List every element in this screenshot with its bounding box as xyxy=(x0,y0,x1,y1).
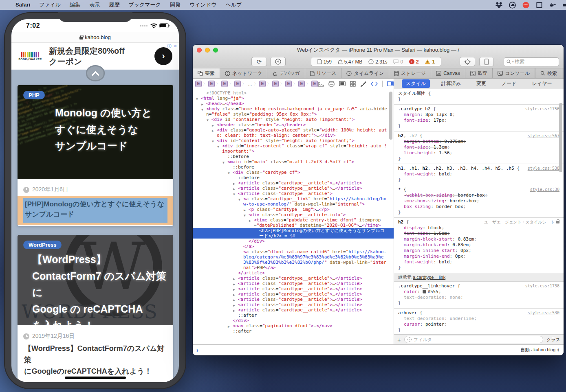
dom-node[interactable]: ▼<div class="cardtype__article-info"> xyxy=(193,212,394,217)
dropbox-icon[interactable] xyxy=(496,2,502,9)
printer-icon[interactable] xyxy=(328,81,335,87)
ad-info-close-icons[interactable]: ⓘ ✕ xyxy=(167,43,178,49)
crumb-element-3[interactable]: E xyxy=(234,81,241,87)
dom-node[interactable]: </article> xyxy=(193,270,394,276)
expand-arrow-icon[interactable]: ▼ xyxy=(238,197,240,202)
crumb-element-5[interactable]: E xyxy=(259,81,266,87)
dom-node[interactable]: </div> xyxy=(193,318,394,323)
category-badge-php[interactable]: PHP xyxy=(23,91,45,99)
css-property[interactable]: box-sizing: border-box; xyxy=(398,204,559,210)
dom-node[interactable]: ▶<time class="pubdate entry-time dfont" … xyxy=(193,217,394,228)
dom-node[interactable]: ▶<article class="cardtype__article">…</a… xyxy=(193,180,394,186)
css-property[interactable]: font-size: 1.5em; xyxy=(398,231,559,237)
styles-tab-計算済み[interactable]: 計算済み xyxy=(437,79,465,88)
dom-node[interactable]: ▼<main id="main" class="m-all t-2of3 d-5… xyxy=(193,159,394,164)
dom-node[interactable]: ::after xyxy=(193,328,394,334)
browser-url-bar[interactable]: kahoo.blog xyxy=(11,32,179,43)
frame-capture-icon[interactable] xyxy=(339,81,346,86)
dom-node[interactable]: ▼<div id="inner-content" class="wrap cf"… xyxy=(193,143,394,154)
inspector-tab-デバッガ[interactable]: デバッガ xyxy=(267,68,305,78)
styles-scrollbar[interactable] xyxy=(559,103,562,172)
css-property[interactable]: -moz-box-sizing: border-box; xyxy=(398,198,559,204)
menu-item-7[interactable]: ウインドウ xyxy=(189,2,217,8)
dom-node[interactable]: ▶<header class="header">…</header> xyxy=(193,122,394,127)
home-indicator[interactable] xyxy=(65,377,126,379)
dom-node[interactable]: ▼<div id="content" style="height: auto !… xyxy=(193,138,394,143)
css-property[interactable]: text-decoration: none; xyxy=(398,295,559,300)
css-rule[interactable]: style.css:567h2, .h2 {margin-bottom: 0.3… xyxy=(394,131,564,164)
css-property[interactable]: text-decoration: underline; xyxy=(398,316,559,322)
css-property[interactable]: cursor: pointer; xyxy=(398,322,559,327)
css-property[interactable]: font-size: 1.3em; xyxy=(398,145,559,150)
dom-tree[interactable]: <!DOCTYPE html>▼<html lang="ja">▶<head>…… xyxy=(193,89,394,344)
inspector-tab-検索[interactable]: 検索 xyxy=(535,68,562,78)
dom-node[interactable]: ▶<div class="google-auto-placed" style="… xyxy=(193,127,394,138)
inspector-tab-ストレージ[interactable]: ストレージ xyxy=(389,68,431,78)
styles-tab-変更[interactable]: 変更 xyxy=(472,79,490,88)
article-title[interactable]: 【WordPress】ContactForm7のスパム対策 にGoogleのre… xyxy=(23,342,167,377)
crumb-element-9[interactable]: E xyxy=(311,81,318,87)
css-property[interactable]: margin-inline-start: 0px; xyxy=(398,248,559,254)
css-rules[interactable]: スタイル属性 {}style.css:1756.cardtype h2 {mar… xyxy=(394,89,564,334)
collapse-arrow-icon[interactable]: ▶ xyxy=(249,218,251,223)
scroll-to-top-button[interactable] xyxy=(86,65,105,81)
inspector-tab-Canvas[interactable]: Canvas xyxy=(431,68,465,78)
dom-node[interactable]: ▼<div id="container" style="height: auto… xyxy=(193,117,394,122)
menu-item-4[interactable]: 履歴 xyxy=(109,2,119,8)
dom-node[interactable]: ::after xyxy=(193,313,394,318)
dom-node[interactable]: ▶<article class="cardtype__article">…</a… xyxy=(193,291,394,297)
window-title-bar[interactable]: Webインスペクタ — iPhone 11 Pro Max — Safari —… xyxy=(193,45,564,55)
crumb-element-8[interactable]: E xyxy=(298,81,305,87)
dom-node[interactable]: ▶<p class="cardtype__img">…</p> xyxy=(193,207,394,212)
menu-item-1[interactable]: ファイル xyxy=(39,2,61,8)
css-rule[interactable]: style.css:530a:hover {text-decoration: u… xyxy=(394,309,564,334)
menu-item-3[interactable]: 表示 xyxy=(89,2,100,8)
dom-node[interactable]: ▼<html lang="ja"> xyxy=(193,96,394,101)
styles-tab-スタイル[interactable]: スタイル xyxy=(402,79,430,88)
dom-node[interactable]: ::before xyxy=(193,154,394,159)
stylesheet-source-link[interactable]: style.css:538 xyxy=(528,166,559,171)
stylesheet-source-link[interactable]: style.css:1756 xyxy=(525,106,559,112)
execution-context-select[interactable]: 自動 - kahoo.blog ▲▼ xyxy=(516,345,564,355)
css-rule[interactable]: ユーザエージェント・スタイルシートh2 {display: block;font… xyxy=(394,218,564,273)
crumb-element-7[interactable]: E xyxy=(285,81,292,87)
antivirus-icon[interactable] xyxy=(522,2,529,9)
dom-node[interactable]: <!DOCTYPE html> xyxy=(193,90,394,96)
dom-node[interactable]: ▶<article class="cardtype__article">…</a… xyxy=(193,276,394,281)
class-toggle-button[interactable]: クラス xyxy=(546,337,560,343)
resource-stats-group[interactable]: 159 5.47 MB 2.31s 0 ! 2 1 xyxy=(311,57,441,66)
reload-button[interactable]: ⟳ xyxy=(251,57,267,66)
styles-tab-レイヤー[interactable]: レイヤー xyxy=(528,79,556,88)
sidebar-toggle-icon[interactable] xyxy=(387,81,394,86)
inspector-tab-plus[interactable] xyxy=(562,68,564,78)
filter-input[interactable]: フィルタ xyxy=(404,336,543,343)
inspector-tab-監査[interactable]: 監査 xyxy=(465,68,493,78)
css-property[interactable]: margin-block-start: 0.83em; xyxy=(398,237,559,242)
crumb-element-2[interactable]: E xyxy=(221,81,228,87)
menu-item-6[interactable]: 開発 xyxy=(170,2,181,8)
css-property[interactable]: display: block; xyxy=(398,225,559,231)
css-property[interactable]: font-size: 17px; xyxy=(398,118,559,123)
color-swatch[interactable] xyxy=(423,290,426,293)
css-property[interactable]: margin-inline-end: 0px; xyxy=(398,254,559,259)
dom-node[interactable]: ▶<nav class="pagination dfont">…</nav> xyxy=(193,323,394,328)
dom-node[interactable]: ▶<article class="cardtype__article">…</a… xyxy=(193,302,394,307)
dom-node[interactable]: ▶<article class="cardtype__article">…</a… xyxy=(193,281,394,286)
article-card-php[interactable]: <?php bloginfo( 'charset' ); ?> <meta na… xyxy=(18,85,173,226)
element-picker-button[interactable] xyxy=(460,57,475,66)
dom-node[interactable]: <a class="dfont cat-name catid6" href="h… xyxy=(193,249,394,270)
css-property[interactable]: margin: 8px 13px 0; xyxy=(398,112,559,118)
css-rule[interactable]: スタイル属性 {} xyxy=(394,89,564,105)
css-rule[interactable]: style.css:538h1, .h1, h2, .h2, h3, .h3, … xyxy=(394,164,564,185)
expand-arrow-icon[interactable]: ▼ xyxy=(201,107,203,112)
ruler-icon[interactable] xyxy=(318,81,324,87)
dom-node[interactable]: ▶<head>…</head> xyxy=(193,101,394,106)
expand-arrow-icon[interactable]: ▼ xyxy=(217,144,219,149)
inspector-tab-ネットワーク[interactable]: ネットワーク xyxy=(220,68,267,78)
menu-item-8[interactable]: ヘルプ xyxy=(225,2,242,8)
css-rule[interactable]: style.css:30* {-webkit-box-sizing: borde… xyxy=(394,185,564,218)
dom-node[interactable]: ▼<div class="cardtype cf"> xyxy=(193,170,394,175)
menu-item-0[interactable]: Safari xyxy=(15,2,30,8)
crumb-element-1[interactable]: E xyxy=(208,81,215,87)
dom-node[interactable]: ::before xyxy=(193,164,394,170)
